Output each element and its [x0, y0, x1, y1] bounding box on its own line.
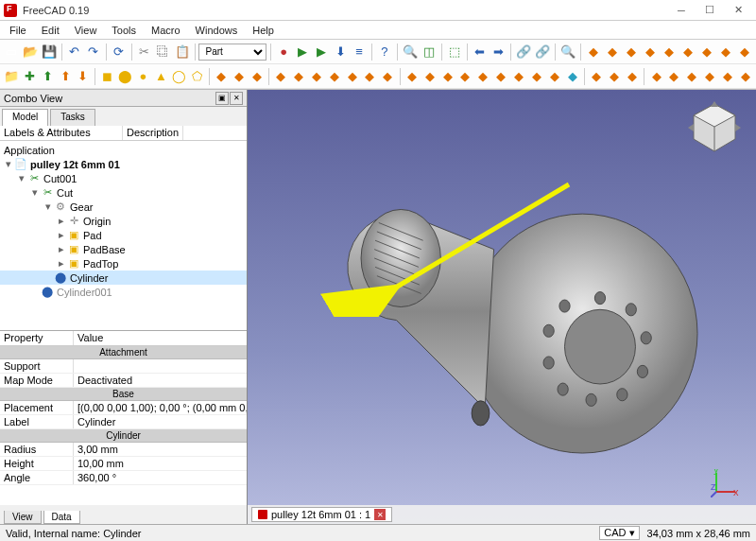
- tool-play[interactable]: ▶: [313, 43, 330, 61]
- tool-copy[interactable]: ⿻: [155, 43, 172, 61]
- document-tab-close-icon[interactable]: ✕: [374, 509, 386, 520]
- tool-f0[interactable]: ◆: [273, 67, 289, 86]
- tree-node-origin[interactable]: ▸✛Origin: [0, 214, 247, 228]
- prop-value[interactable]: Deactivated: [74, 374, 247, 387]
- tool-r-arrow[interactable]: ➡: [490, 43, 507, 61]
- tree-twisty-icon[interactable]: ▾: [17, 172, 26, 184]
- menu-view[interactable]: View: [67, 25, 105, 36]
- tool-na[interactable]: ⬆: [40, 67, 56, 86]
- close-button[interactable]: ✕: [724, 2, 752, 19]
- tool-g6[interactable]: ◆: [493, 67, 509, 86]
- tool-b9[interactable]: ◆: [736, 43, 753, 61]
- tool-paste[interactable]: 📋: [174, 43, 191, 61]
- tool-link1[interactable]: 🔗: [515, 43, 532, 61]
- tool-i3[interactable]: ◆: [684, 67, 700, 86]
- tool-rec[interactable]: ●: [275, 43, 292, 61]
- tool-link2[interactable]: 🔗: [534, 43, 551, 61]
- tree-node-cylinder001[interactable]: ⬤Cylinder001: [0, 285, 247, 299]
- tab-tasks[interactable]: Tasks: [50, 109, 95, 126]
- tool-open[interactable]: 📂: [22, 43, 39, 61]
- tool-g8[interactable]: ◆: [528, 67, 544, 86]
- tool-folder[interactable]: 📁: [3, 67, 20, 86]
- tree-node-cut001[interactable]: ▾✂Cut001: [0, 171, 247, 185]
- menu-macro[interactable]: Macro: [144, 25, 188, 36]
- menu-windows[interactable]: Windows: [188, 25, 246, 36]
- document-tab[interactable]: pulley 12t 6mm 01 : 1 ✕: [251, 507, 392, 522]
- tool-b5[interactable]: ◆: [661, 43, 678, 61]
- menu-tools[interactable]: Tools: [104, 25, 144, 36]
- prop-row-placement[interactable]: Placement[(0,00 0,00 1,00); 0,00 °; (0,0…: [0, 401, 247, 415]
- minimize-button[interactable]: ─: [667, 2, 696, 19]
- tool-b2[interactable]: ◆: [604, 43, 621, 61]
- tool-i1[interactable]: ◆: [648, 67, 664, 86]
- tool-h1[interactable]: ◆: [589, 67, 605, 86]
- tree-twisty-icon[interactable]: ▸: [57, 215, 66, 227]
- 3d-viewport[interactable]: y x z pulley 12t 6mm 01 : 1 ✕: [248, 90, 756, 524]
- tool-g10[interactable]: ◆: [564, 67, 580, 86]
- tree-node-gear[interactable]: ▾⚙Gear: [0, 200, 247, 214]
- prop-row-map-mode[interactable]: Map ModeDeactivated: [0, 374, 247, 388]
- prop-value[interactable]: [(0,00 0,00 1,00); 0,00 °; (0,00 mm 0,00…: [74, 401, 247, 414]
- tool-f6[interactable]: ◆: [380, 67, 396, 86]
- prop-value[interactable]: 10,00 mm: [74, 457, 247, 470]
- tool-undo[interactable]: ↶: [66, 43, 83, 61]
- tool-g9[interactable]: ◆: [546, 67, 562, 86]
- nav-style-indicator[interactable]: CAD ▾: [599, 526, 639, 540]
- tree-node-padtop[interactable]: ▸▣PadTop: [0, 256, 247, 270]
- tool-g5[interactable]: ◆: [475, 67, 491, 86]
- tab-view[interactable]: View: [4, 511, 42, 524]
- tree-node-pad[interactable]: ▸▣Pad: [0, 228, 247, 242]
- prop-value[interactable]: 360,00 °: [74, 471, 247, 484]
- tree-twisty-icon[interactable]: ▾: [30, 186, 40, 199]
- tree-node-pulley-12t-6mm-01[interactable]: ▾📄pulley 12t 6mm 01: [0, 157, 247, 171]
- tool-whatsthis[interactable]: ?: [376, 43, 393, 61]
- tool-b7[interactable]: ◆: [698, 43, 715, 61]
- tool-i2[interactable]: ◆: [666, 67, 682, 86]
- tool-f5[interactable]: ◆: [362, 67, 378, 86]
- tree-twisty-icon[interactable]: ▾: [4, 158, 13, 170]
- tree-node-padbase[interactable]: ▸▣PadBase: [0, 242, 247, 256]
- tool-stop[interactable]: ▶: [294, 43, 311, 61]
- tool-cut[interactable]: ✂: [136, 43, 153, 61]
- tree-twisty-icon[interactable]: ▸: [57, 229, 66, 241]
- menu-help[interactable]: Help: [245, 25, 282, 36]
- tool-f3[interactable]: ◆: [326, 67, 342, 86]
- tree-node-cut[interactable]: ▾✂Cut: [0, 185, 247, 200]
- prop-row-angle[interactable]: Angle360,00 °: [0, 471, 247, 485]
- tool-c3[interactable]: ◆: [249, 67, 265, 86]
- tool-i4[interactable]: ◆: [702, 67, 718, 86]
- tool-macros[interactable]: ≡: [351, 43, 368, 61]
- panel-close-button[interactable]: ✕: [230, 92, 243, 105]
- prop-value[interactable]: 3,00 mm: [74, 443, 247, 456]
- tree-twisty-icon[interactable]: ▾: [43, 201, 53, 213]
- tool-s-prism[interactable]: ⬠: [189, 67, 205, 86]
- tool-g7[interactable]: ◆: [511, 67, 527, 86]
- menu-file[interactable]: File: [2, 25, 34, 36]
- prop-row-support[interactable]: Support: [0, 359, 247, 374]
- tool-s-tor[interactable]: ◯: [171, 67, 187, 86]
- tree-root[interactable]: Application: [0, 143, 247, 157]
- tool-b1[interactable]: ◆: [585, 43, 602, 61]
- tool-c1[interactable]: ◆: [213, 67, 229, 86]
- tool-cube-sync[interactable]: ⬚: [446, 43, 463, 61]
- tool-s-cone[interactable]: ▲: [153, 67, 169, 86]
- tab-model[interactable]: Model: [2, 109, 48, 126]
- tool-h3[interactable]: ◆: [624, 67, 640, 86]
- tool-g1[interactable]: ◆: [404, 67, 421, 86]
- tool-i5[interactable]: ◆: [720, 67, 736, 86]
- tool-export[interactable]: ⬆: [58, 67, 74, 86]
- tree-twisty-icon[interactable]: ▸: [57, 257, 66, 270]
- tool-refresh[interactable]: ⟳: [111, 43, 128, 61]
- maximize-button[interactable]: ☐: [696, 2, 724, 19]
- tool-b8[interactable]: ◆: [717, 43, 734, 61]
- prop-value[interactable]: Cylinder: [74, 415, 247, 428]
- tab-data[interactable]: Data: [43, 511, 80, 524]
- tool-l-arrow[interactable]: ⬅: [472, 43, 489, 61]
- tool-g4[interactable]: ◆: [457, 67, 473, 86]
- tool-b6[interactable]: ◆: [679, 43, 696, 61]
- tool-m-blue[interactable]: 🔍: [559, 43, 576, 61]
- tool-f4[interactable]: ◆: [344, 67, 360, 86]
- prop-row-height[interactable]: Height10,00 mm: [0, 457, 247, 471]
- tool-b3[interactable]: ◆: [623, 43, 640, 61]
- tool-h2[interactable]: ◆: [607, 67, 623, 86]
